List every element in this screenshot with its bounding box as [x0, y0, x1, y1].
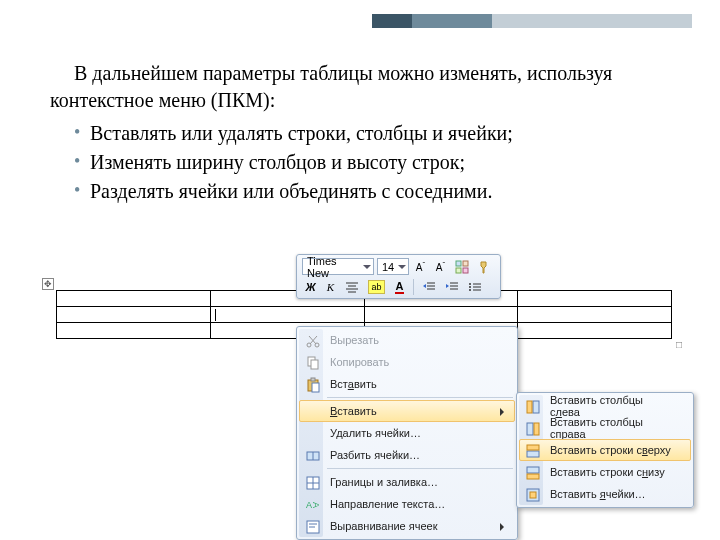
svg-rect-41 [527, 423, 533, 435]
insert-col-right-icon [525, 421, 541, 437]
bold-button[interactable]: Ж [302, 278, 319, 295]
menu-label: Копировать [330, 356, 389, 368]
highlight-button[interactable]: ab [365, 278, 388, 295]
menu-label: Разбить ячейки… [330, 449, 420, 461]
bullet-item: Изменять ширину столбцов и высоту строк; [74, 149, 670, 176]
chevron-down-icon [362, 262, 371, 272]
style-gallery-button[interactable] [452, 258, 472, 275]
menu-label: Вставить строки сверху [550, 444, 671, 456]
outdent-icon [422, 281, 436, 293]
submenu-insert-cols-left[interactable]: Вставить столбцы слева [519, 395, 691, 417]
menu-separator [327, 468, 513, 469]
font-size-combo[interactable]: 14 [377, 258, 409, 275]
insert-row-below-icon [525, 465, 541, 481]
shrink-font-icon [436, 261, 445, 273]
svg-rect-42 [534, 423, 539, 435]
cut-icon [305, 333, 321, 349]
svg-rect-31 [307, 477, 319, 489]
svg-rect-47 [527, 489, 539, 501]
font-color-icon: A [395, 280, 405, 294]
svg-rect-0 [456, 261, 461, 266]
slide-accent [372, 14, 692, 28]
menu-label: Вставить строки снизу [550, 466, 665, 478]
align-center-icon [345, 281, 359, 293]
menu-item-borders[interactable]: Границы и заливка… [299, 471, 515, 493]
insert-cells-icon [525, 487, 541, 503]
svg-rect-40 [527, 401, 532, 413]
svg-line-22 [310, 336, 317, 344]
svg-rect-28 [312, 383, 319, 392]
menu-label: Вырезать [330, 334, 379, 346]
menu-item-delete-cells[interactable]: Удалить ячейки… [299, 422, 515, 444]
split-cells-icon [305, 448, 321, 464]
svg-rect-45 [527, 467, 539, 473]
decrease-indent-button[interactable] [419, 278, 439, 295]
submenu-insert-cells[interactable]: Вставить ячейки… [519, 483, 691, 505]
bullets-icon [468, 281, 482, 293]
font-size-value: 14 [382, 261, 394, 273]
grow-font-button[interactable] [412, 258, 429, 275]
grow-font-icon [416, 261, 425, 273]
slide-text: В дальнейшем параметры таблицы можно изм… [50, 60, 670, 207]
chevron-down-icon [397, 262, 406, 272]
menu-label: Удалить ячейки… [330, 427, 421, 439]
menu-label: Выравнивание ячеек [330, 520, 438, 532]
insert-row-above-icon [525, 443, 541, 459]
svg-rect-36 [307, 521, 319, 533]
svg-rect-26 [308, 380, 318, 391]
svg-point-16 [469, 289, 471, 291]
svg-rect-46 [527, 474, 539, 479]
svg-text:A: A [306, 500, 312, 510]
borders-icon [305, 475, 321, 491]
format-painter-button[interactable] [475, 258, 495, 275]
menu-separator [327, 397, 513, 398]
svg-rect-25 [311, 360, 318, 369]
menu-item-text-direction[interactable]: AA Направление текста… [299, 493, 515, 515]
italic-button[interactable]: К [322, 278, 339, 295]
svg-rect-48 [530, 492, 536, 498]
font-family-value: Times New [307, 255, 359, 279]
submenu-arrow-icon [500, 523, 508, 531]
svg-line-23 [309, 336, 316, 344]
svg-rect-43 [527, 451, 539, 457]
menu-label: Границы и заливка… [330, 476, 438, 488]
submenu-insert-rows-above[interactable]: Вставить строки сверху [519, 439, 691, 461]
menu-item-cut[interactable]: Вырезать [299, 329, 515, 351]
svg-rect-39 [533, 401, 539, 413]
insert-col-left-icon [525, 399, 541, 415]
svg-rect-24 [308, 357, 315, 366]
increase-indent-button[interactable] [442, 278, 462, 295]
menu-item-copy[interactable]: Копировать [299, 351, 515, 373]
copy-icon [305, 355, 321, 371]
indent-icon [445, 281, 459, 293]
insert-submenu: Вставить столбцы слева Вставить столбцы … [516, 392, 694, 508]
submenu-insert-cols-right[interactable]: Вставить столбцы справа [519, 417, 691, 439]
menu-label: Вставить [330, 405, 377, 417]
mini-toolbar: Times New 14 Ж К ab A [296, 254, 501, 299]
svg-rect-29 [307, 452, 319, 460]
menu-item-cell-alignment[interactable]: Выравнивание ячеек [299, 515, 515, 537]
svg-point-14 [469, 283, 471, 285]
shrink-font-button[interactable] [432, 258, 449, 275]
menu-label: Вставить столбцы справа [550, 416, 672, 440]
menu-item-split-cells[interactable]: Разбить ячейки… [299, 444, 515, 466]
font-family-combo[interactable]: Times New [302, 258, 374, 275]
bullet-list-button[interactable] [465, 278, 485, 295]
svg-rect-44 [527, 445, 539, 450]
font-color-button[interactable]: A [391, 278, 408, 295]
highlight-icon: ab [368, 280, 385, 294]
brush-icon [478, 260, 492, 274]
menu-label: Вставить столбцы слева [550, 394, 672, 418]
menu-label: Вставить [330, 378, 377, 390]
svg-text:A: A [311, 502, 321, 508]
context-menu: Вырезать Копировать Вставить Вставить Уд… [296, 326, 518, 540]
cell-align-icon [305, 519, 321, 535]
menu-label: Направление текста… [330, 498, 445, 510]
align-center-button[interactable] [342, 278, 362, 295]
table-move-handle-icon[interactable]: ✥ [42, 278, 54, 290]
menu-item-paste[interactable]: Вставить [299, 373, 515, 395]
bullet-list: Вставлять или удалять строки, столбцы и … [74, 120, 670, 205]
menu-item-insert[interactable]: Вставить [299, 400, 515, 422]
svg-point-21 [315, 343, 319, 347]
submenu-insert-rows-below[interactable]: Вставить строки снизу [519, 461, 691, 483]
